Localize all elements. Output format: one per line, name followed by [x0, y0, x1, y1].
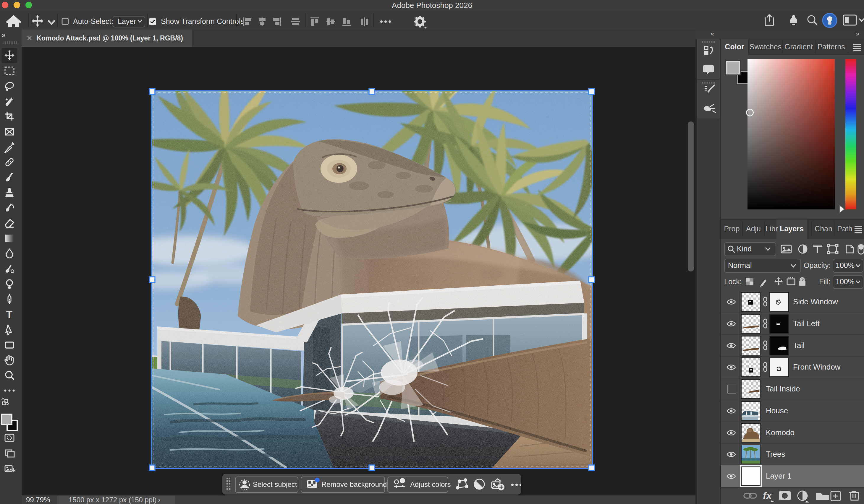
svg-text:T: T — [6, 309, 12, 320]
svg-text:Remove background: Remove background — [321, 480, 387, 488]
svg-text:Layer: Layer — [118, 17, 136, 25]
svg-text:Show Transform Controls: Show Transform Controls — [161, 17, 244, 25]
svg-text:Select subject: Select subject — [253, 480, 297, 488]
svg-text:fx: fx — [763, 490, 772, 501]
svg-text:Auto-Select:: Auto-Select: — [73, 17, 113, 25]
svg-text:Adjust colors: Adjust colors — [410, 480, 451, 488]
svg-text:»: » — [2, 31, 5, 39]
